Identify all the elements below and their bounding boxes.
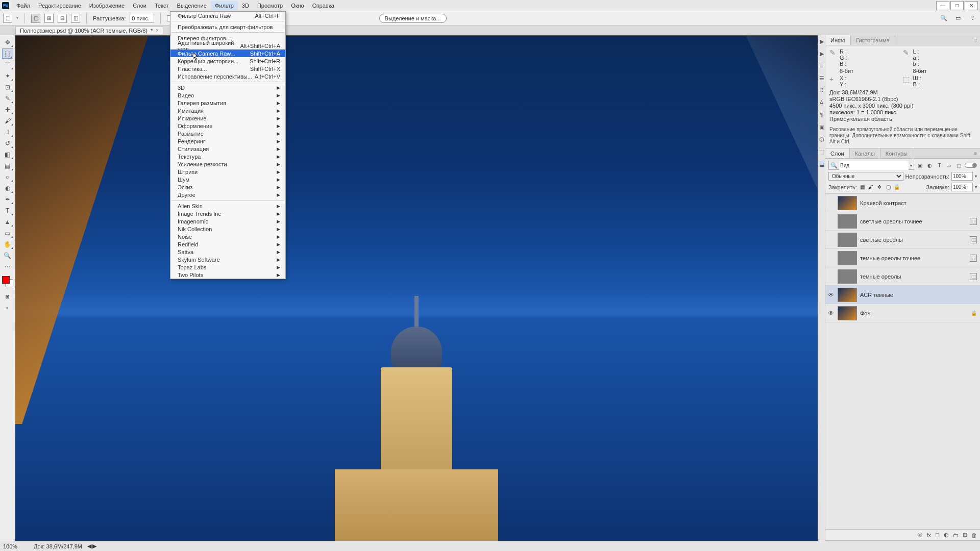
filter-adjust-icon[interactable]: ◐ xyxy=(926,162,934,169)
screen-mode-icon[interactable]: ▭ xyxy=(953,14,963,23)
intersect-selection-icon[interactable]: ◫ xyxy=(71,14,80,23)
blend-mode-select[interactable]: Обычные xyxy=(828,172,903,181)
type-tool[interactable]: T xyxy=(2,206,13,216)
minimize-button[interactable]: — xyxy=(936,1,949,10)
visibility-icon[interactable] xyxy=(827,199,835,207)
menu-item[interactable]: Nik Collection▶ xyxy=(170,225,285,233)
opacity-input[interactable] xyxy=(951,172,973,181)
menu-item[interactable]: Redfield▶ xyxy=(170,240,285,248)
tab-layers[interactable]: Слои xyxy=(825,148,850,158)
visibility-icon[interactable]: 👁 xyxy=(827,310,835,317)
tool-preset-icon[interactable]: ⬚ xyxy=(3,14,12,23)
menu-item[interactable]: Стилизация▶ xyxy=(170,145,285,153)
menu-item[interactable]: Оформление▶ xyxy=(170,122,285,130)
history-brush-tool[interactable]: ↺ xyxy=(2,138,13,148)
pen-tool[interactable]: ✒ xyxy=(2,194,13,205)
visibility-icon[interactable] xyxy=(827,273,835,280)
menu-item[interactable]: Topaz Labs▶ xyxy=(170,263,285,271)
menu-item[interactable]: Two Pilots▶ xyxy=(170,271,285,279)
menu-item[interactable]: Усиление резкости▶ xyxy=(170,160,285,168)
menu-окно[interactable]: Окно xyxy=(287,1,308,10)
tab-channels[interactable]: Каналы xyxy=(850,148,880,158)
menu-item[interactable]: Шум▶ xyxy=(170,176,285,183)
zoom-level[interactable]: 100% xyxy=(3,543,29,549)
history-panel-icon[interactable]: ▶ xyxy=(819,51,825,57)
layer-row[interactable]: светлые ореолы точнее⬚ xyxy=(825,212,980,231)
gradient-tool[interactable]: ▤ xyxy=(2,161,13,171)
filter-toggle[interactable] xyxy=(965,163,977,168)
filter-shape-icon[interactable]: ▱ xyxy=(945,162,953,169)
menu-item[interactable]: Другое▶ xyxy=(170,191,285,198)
blur-tool[interactable]: ○ xyxy=(2,172,13,182)
lasso-tool[interactable]: ⌒ xyxy=(2,60,13,70)
delete-layer-icon[interactable]: 🗑 xyxy=(971,532,977,538)
filter-smart-icon[interactable]: ▢ xyxy=(955,162,963,169)
panel-menu-icon[interactable]: ≡ xyxy=(971,37,980,43)
close-button[interactable]: ✕ xyxy=(965,1,978,10)
menu-item[interactable]: Адаптивный широкий угол...Alt+Shift+Ctrl… xyxy=(170,42,285,49)
menu-выделение[interactable]: Выделение xyxy=(173,1,211,10)
layer-row[interactable]: 👁Фон🔒 xyxy=(825,304,980,322)
crop-tool[interactable]: ⊡ xyxy=(2,82,13,92)
visibility-icon[interactable] xyxy=(827,236,835,243)
menu-справка[interactable]: Справка xyxy=(308,1,338,10)
fx-icon[interactable]: fx xyxy=(926,532,931,538)
layer-row[interactable]: темные ореолы⬚ xyxy=(825,267,980,286)
visibility-icon[interactable] xyxy=(827,255,835,262)
filter-image-icon[interactable]: ▣ xyxy=(916,162,924,169)
menu-item[interactable]: Image Trends Inc▶ xyxy=(170,210,285,217)
menu-item[interactable]: 3D▶ xyxy=(170,84,285,91)
magic-wand-tool[interactable]: ✦ xyxy=(2,71,13,81)
menu-item[interactable]: Текстура▶ xyxy=(170,153,285,160)
lock-transparency-icon[interactable]: ▦ xyxy=(859,184,866,190)
menu-item[interactable]: Коррекция дисторсии...Shift+Ctrl+R xyxy=(170,57,285,65)
lock-position-icon[interactable]: ✥ xyxy=(876,184,883,190)
layer-row[interactable]: 👁ACR темные xyxy=(825,286,980,304)
eraser-tool[interactable]: ◧ xyxy=(2,149,13,160)
lock-all-icon[interactable]: 🔒 xyxy=(894,184,900,190)
menu-просмотр[interactable]: Просмотр xyxy=(253,1,287,10)
brushes-panel-icon[interactable]: ☰ xyxy=(819,75,825,81)
share-icon[interactable]: ⇪ xyxy=(968,14,977,23)
menu-item[interactable]: Skylum Software▶ xyxy=(170,256,285,263)
layer-filter-search[interactable]: 🔍▾ xyxy=(828,161,914,170)
swatches-panel-icon[interactable]: ⠿ xyxy=(819,87,825,93)
visibility-icon[interactable]: 👁 xyxy=(827,291,835,298)
layer-row[interactable]: светлые ореолы⬚ xyxy=(825,231,980,249)
menu-item[interactable]: Фильтр Camera Raw...Shift+Ctrl+A xyxy=(170,49,285,57)
menu-редактирование[interactable]: Редактирование xyxy=(34,1,85,10)
layer-row[interactable]: темные ореолы точнее⬚ xyxy=(825,249,980,267)
marquee-tool[interactable]: ⬚ xyxy=(2,48,13,59)
fill-input[interactable] xyxy=(951,183,973,191)
layer-row[interactable]: Краевой контраст xyxy=(825,194,980,212)
screenmode-tool[interactable]: ▫ xyxy=(2,303,13,313)
link-layers-icon[interactable]: ⦾ xyxy=(918,532,922,538)
menu-item[interactable]: Noise▶ xyxy=(170,233,285,240)
search-icon[interactable]: 🔍 xyxy=(939,14,948,23)
menu-item[interactable]: Исправление перспективы...Alt+Ctrl+V xyxy=(170,72,285,80)
select-mask-button[interactable]: Выделение и маска... xyxy=(379,14,447,23)
brush-tool[interactable]: 🖌 xyxy=(2,116,13,126)
adjustment-icon[interactable]: ◐ xyxy=(944,532,949,538)
panel-menu-icon[interactable]: ≡ xyxy=(971,151,980,156)
menu-изображение[interactable]: Изображение xyxy=(85,1,129,10)
menu-item[interactable]: Штрихи▶ xyxy=(170,168,285,176)
eyedropper-tool[interactable]: ✎ xyxy=(2,93,13,104)
character-panel-icon[interactable]: A xyxy=(819,99,825,106)
edit-toolbar[interactable]: ⋯ xyxy=(2,262,13,272)
stamp-tool[interactable]: ⅃ xyxy=(2,127,13,137)
mask-icon[interactable]: ◻ xyxy=(935,532,940,538)
new-layer-icon[interactable]: ⊞ xyxy=(963,532,967,538)
menu-item[interactable]: Imagenomic▶ xyxy=(170,217,285,225)
styles-panel-icon[interactable]: ▣ xyxy=(819,124,825,130)
menu-item[interactable]: Sattva▶ xyxy=(170,248,285,256)
properties-panel-icon[interactable]: ≡ xyxy=(819,63,825,69)
quickmask-tool[interactable]: ◙ xyxy=(2,291,13,302)
libraries-panel-icon[interactable]: ⬚ xyxy=(819,148,825,155)
path-select-tool[interactable]: ▲ xyxy=(2,217,13,227)
menu-текст[interactable]: Текст xyxy=(151,1,173,10)
feather-input[interactable] xyxy=(130,14,154,23)
maximize-button[interactable]: □ xyxy=(950,1,964,10)
menu-item[interactable]: Рендеринг▶ xyxy=(170,137,285,145)
shape-tool[interactable]: ▭ xyxy=(2,228,13,238)
